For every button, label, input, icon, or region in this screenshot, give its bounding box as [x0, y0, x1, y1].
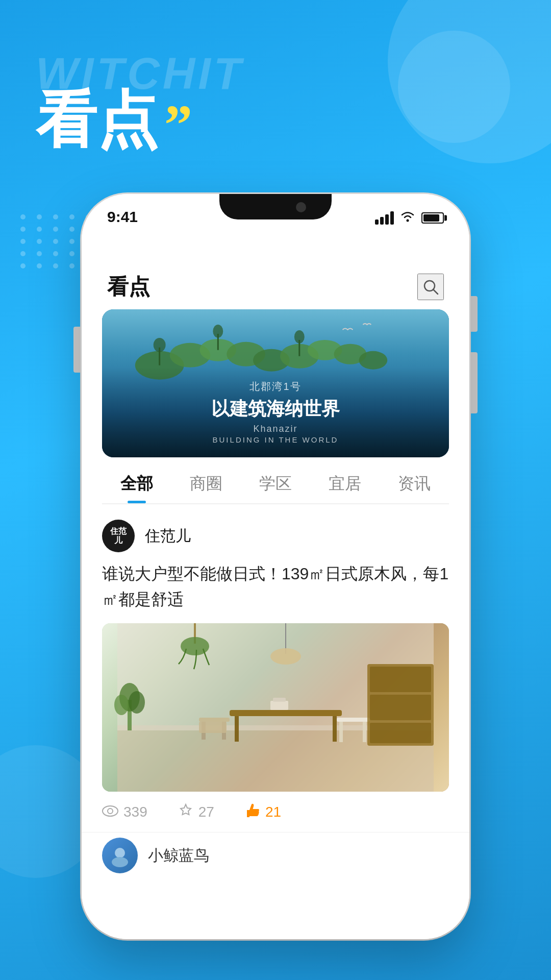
banner-main-text: 以建筑海纳世界: [117, 397, 434, 422]
svg-point-15: [213, 325, 223, 338]
app-content: 看点: [82, 260, 469, 939]
svg-rect-28: [339, 722, 343, 742]
status-icons: [375, 209, 444, 226]
svg-point-17: [294, 330, 305, 344]
notch-camera: [296, 202, 306, 212]
banner-subtitle: 北郡湾1号: [117, 380, 434, 394]
thumb-up-icon: [245, 803, 260, 821]
svg-rect-20: [230, 710, 342, 716]
banner-text: 北郡湾1号 以建筑海纳世界 Khanazir BUILDING IN THE W…: [102, 368, 449, 457]
svg-point-46: [115, 848, 125, 858]
main-title: 看点: [36, 86, 158, 153]
svg-point-39: [129, 691, 145, 714]
tab-all[interactable]: 全部: [102, 473, 171, 503]
phone-mockup: 9:41: [82, 194, 469, 939]
search-button[interactable]: [417, 274, 444, 300]
wifi-icon: [400, 209, 415, 226]
author-row: 住范 儿 住范儿: [102, 520, 449, 552]
svg-point-31: [270, 648, 301, 665]
svg-rect-29: [363, 722, 366, 742]
svg-rect-43: [273, 698, 286, 702]
views-count: 339: [123, 804, 147, 820]
svg-point-44: [103, 806, 118, 816]
tab-news[interactable]: 资讯: [380, 473, 449, 503]
signal-icon: [375, 211, 394, 225]
app-header: 看点: [82, 260, 469, 309]
author-avatar: 住范 儿: [102, 520, 135, 552]
bottom-author-row: 小鲸蓝鸟: [82, 832, 469, 878]
article-item: 住范 儿 住范儿 谁说大户型不能做日式！139㎡日式原木风，每1㎡都是舒适: [82, 504, 469, 792]
svg-point-0: [407, 219, 409, 222]
svg-rect-23: [199, 718, 230, 722]
header-area: WITCHIT 看点 ”: [36, 51, 551, 153]
svg-line-2: [433, 289, 438, 294]
banner-image[interactable]: 北郡湾1号 以建筑海纳世界 Khanazir BUILDING IN THE W…: [102, 309, 449, 457]
notch-pill: [219, 194, 332, 219]
title-row: 看点 ”: [36, 86, 551, 153]
tab-livable[interactable]: 宜居: [310, 473, 380, 503]
favorites-count: 27: [198, 804, 214, 820]
svg-rect-34: [370, 695, 431, 720]
svg-rect-22: [333, 716, 337, 742]
author-name: 住范儿: [145, 526, 191, 547]
svg-rect-42: [270, 701, 288, 710]
quote-marks: ”: [164, 96, 192, 153]
eye-icon: [102, 804, 118, 820]
battery-icon: [421, 212, 444, 224]
star-icon: [178, 803, 193, 821]
svg-rect-27: [337, 718, 370, 722]
room-illustration: [102, 623, 449, 792]
likes-stat: 21: [245, 803, 281, 821]
svg-point-47: [112, 857, 128, 867]
tab-school[interactable]: 学区: [241, 473, 310, 503]
article-title: 谁说大户型不能做日式！139㎡日式原木风，每1㎡都是舒适: [102, 561, 449, 612]
svg-point-45: [108, 808, 113, 814]
views-stat: 339: [102, 804, 147, 820]
side-button-left: [73, 327, 81, 373]
tab-business[interactable]: 商圈: [171, 473, 241, 503]
bottom-avatar: [102, 838, 138, 873]
svg-point-11: [359, 351, 387, 370]
svg-rect-26: [199, 722, 227, 733]
svg-point-38: [114, 695, 129, 715]
banner-en-text: Khanazir BUILDING IN THE WORLD: [117, 424, 434, 445]
bottom-author-name: 小鲸蓝鸟: [148, 845, 209, 866]
article-stats: 339 27: [82, 792, 469, 832]
svg-rect-35: [370, 723, 431, 743]
svg-point-13: [154, 338, 166, 352]
svg-rect-33: [370, 667, 431, 692]
side-button-right-1: [470, 296, 478, 332]
app-title: 看点: [107, 273, 417, 301]
category-tabs: 全部 商圈 学区 宜居 资讯: [82, 457, 469, 503]
phone-frame: 9:41: [82, 194, 469, 939]
article-image[interactable]: [102, 623, 449, 792]
status-bar: 9:41: [82, 194, 469, 260]
favorites-stat: 27: [178, 803, 214, 821]
likes-count: 21: [265, 804, 281, 820]
svg-rect-21: [235, 716, 239, 742]
side-button-right-2: [470, 352, 478, 413]
